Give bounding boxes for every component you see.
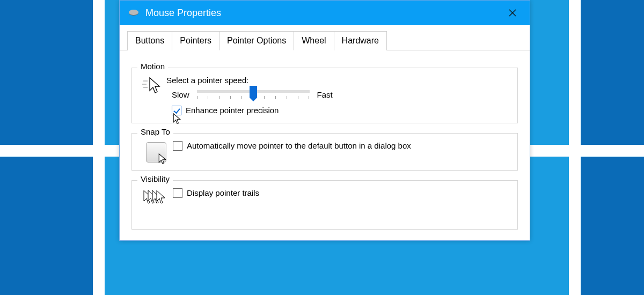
tab-wheel[interactable]: Wheel [294,31,334,50]
close-button[interactable] [499,3,526,23]
tab-pointer-options[interactable]: Pointer Options [219,31,294,50]
snapto-group: Snap To Automatically move pointer to th… [131,133,518,171]
enhance-precision-label: Enhance pointer precision [186,106,279,115]
cursor-overlay-icon [173,113,181,125]
pointer-speed-label: Select a pointer speed: [166,76,510,85]
pointer-speed-slider[interactable] [197,90,310,99]
pointer-trails-label: Display pointer trails [187,188,259,197]
motion-legend: Motion [137,62,168,71]
pointer-speed-icon [140,76,166,95]
snapto-icon [140,141,173,163]
window-title: Mouse Properties [145,8,499,19]
svg-point-1 [129,10,138,15]
tab-hardware[interactable]: Hardware [334,31,387,50]
slow-label: Slow [172,90,189,99]
snapto-label: Automatically move pointer to the defaul… [187,141,411,150]
tab-content: Motion Select a pointer speed: Slow [120,50,530,240]
mouse-properties-dialog: Mouse Properties Buttons Pointers Pointe… [119,0,530,241]
fast-label: Fast [317,90,333,99]
titlebar: Mouse Properties [120,1,530,25]
tab-buttons[interactable]: Buttons [127,31,172,50]
snapto-legend: Snap To [137,127,173,136]
snapto-checkbox[interactable] [173,141,182,151]
motion-group: Motion Select a pointer speed: Slow [131,68,518,123]
pointer-trails-checkbox[interactable] [173,188,182,198]
mouse-icon [127,8,140,18]
visibility-legend: Visibility [137,174,173,183]
tab-strip: Buttons Pointers Pointer Options Wheel H… [120,25,530,50]
visibility-group: Visibility Display poi [131,180,518,230]
tab-pointers[interactable]: Pointers [172,31,219,50]
pointer-trails-icon [140,188,173,208]
